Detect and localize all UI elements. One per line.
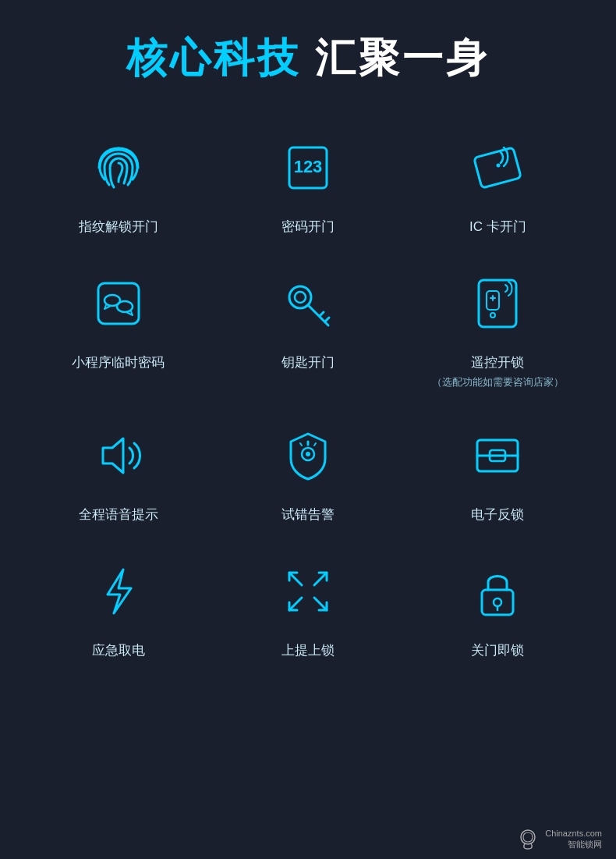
- feature-e-lock: 电子反锁: [403, 405, 593, 533]
- feature-lift-lock: 上提上锁: [213, 541, 402, 669]
- feature-password: 123 密码开门: [213, 117, 402, 245]
- ic-card-label: IC 卡开门: [469, 217, 526, 237]
- fingerprint-label: 指纹解锁开门: [79, 217, 158, 237]
- svg-line-10: [320, 312, 324, 316]
- feature-mini-program: 小程序临时密码: [23, 253, 213, 398]
- emergency-label: 应急取电: [92, 641, 145, 661]
- svg-line-27: [314, 573, 327, 585]
- key-icon: [273, 268, 343, 339]
- auto-lock-icon: [462, 556, 533, 627]
- watermark-logo-icon: [515, 826, 540, 851]
- lift-lock-icon: [273, 556, 343, 627]
- svg-line-21: [314, 443, 316, 445]
- auto-lock-label: 关门即锁: [471, 641, 524, 661]
- e-lock-icon: [462, 421, 533, 491]
- svg-point-8: [295, 292, 306, 303]
- feature-ic-card: IC 卡开门: [403, 117, 593, 245]
- mini-program-label: 小程序临时密码: [72, 353, 165, 373]
- watermark: Chinaznts.com 智能锁网: [515, 826, 602, 851]
- feature-auto-lock: 关门即锁: [403, 541, 593, 669]
- svg-point-3: [497, 164, 501, 168]
- watermark-text: Chinaznts.com 智能锁网: [545, 828, 602, 850]
- feature-fingerprint: 指纹解锁开门: [23, 117, 213, 245]
- svg-rect-12: [479, 280, 516, 327]
- feature-remote: 遥控开锁 （选配功能如需要咨询店家）: [403, 253, 593, 398]
- svg-line-11: [325, 318, 329, 321]
- svg-line-22: [300, 443, 302, 445]
- mini-program-icon: [83, 268, 154, 339]
- password-icon: 123: [273, 133, 343, 203]
- fingerprint-icon: [83, 133, 154, 203]
- page-title: 核心科技 汇聚一身: [126, 0, 490, 109]
- feature-voice: 全程语音提示: [23, 405, 213, 533]
- feature-emergency: 应急取电: [23, 541, 213, 669]
- svg-marker-17: [103, 438, 123, 473]
- svg-point-31: [494, 598, 501, 606]
- alarm-label: 试错告警: [281, 505, 335, 525]
- svg-point-6: [117, 301, 133, 312]
- emergency-icon: [83, 556, 154, 627]
- voice-icon: [83, 421, 154, 491]
- lift-lock-label: 上提上锁: [281, 641, 335, 661]
- svg-line-28: [289, 598, 302, 610]
- features-grid: 指纹解锁开门 123 密码开门 IC 卡开门: [0, 109, 616, 676]
- remote-sub: （选配功能如需要咨询店家）: [432, 375, 564, 389]
- e-lock-label: 电子反锁: [471, 505, 524, 525]
- feature-key: 钥匙开门: [213, 253, 402, 398]
- svg-line-29: [314, 598, 327, 610]
- ic-card-icon: [462, 133, 533, 203]
- svg-line-26: [289, 573, 302, 585]
- feature-alarm: 试错告警: [213, 405, 402, 533]
- key-label: 钥匙开门: [281, 353, 335, 373]
- alarm-icon: [273, 421, 343, 491]
- svg-rect-2: [474, 147, 522, 188]
- remote-label: 遥控开锁: [471, 353, 524, 373]
- svg-point-16: [490, 313, 495, 318]
- voice-label: 全程语音提示: [79, 505, 158, 525]
- svg-point-19: [306, 452, 310, 456]
- svg-text:123: 123: [294, 157, 323, 176]
- remote-icon: [462, 268, 533, 339]
- password-label: 密码开门: [281, 217, 335, 237]
